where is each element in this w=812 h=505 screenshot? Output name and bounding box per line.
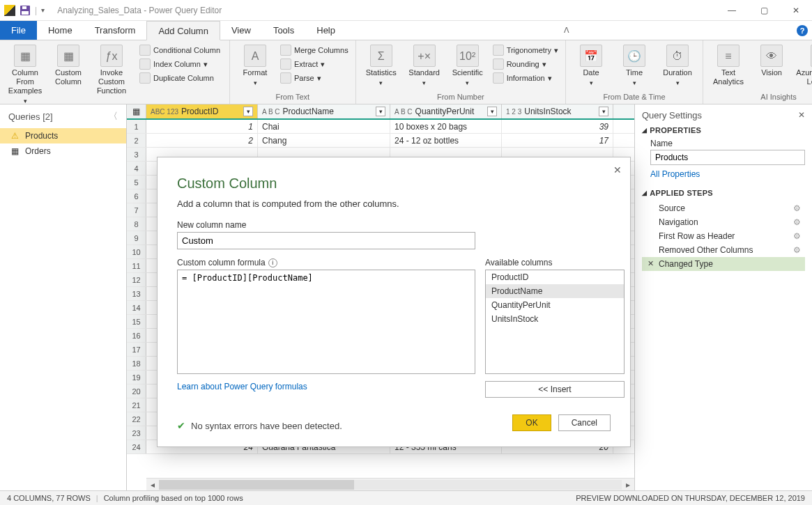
gear-icon[interactable]: ⚙ bbox=[793, 245, 801, 255]
gear-icon[interactable]: ⚙ bbox=[793, 203, 801, 213]
close-settings-icon[interactable]: ✕ bbox=[798, 110, 805, 120]
title-bar: | ▾ Analyzing_Sales_Data - Power Query E… bbox=[0, 0, 812, 21]
trigonometry-button[interactable]: Trigonometry ▾ bbox=[490, 43, 561, 57]
dialog-close-icon[interactable]: ✕ bbox=[613, 164, 622, 176]
azure-ml-button[interactable]: ⚗Azure Machine Learning bbox=[794, 43, 812, 86]
app-logo bbox=[4, 5, 15, 16]
index-column-button[interactable]: Index Column ▾ bbox=[137, 57, 223, 71]
select-all-cell[interactable]: ▦ bbox=[127, 104, 146, 118]
svg-rect-1 bbox=[22, 11, 29, 15]
filter-icon[interactable]: ▾ bbox=[487, 107, 497, 116]
format-button[interactable]: AFormat▾ bbox=[234, 43, 276, 88]
insert-button[interactable]: << Insert bbox=[485, 381, 625, 398]
tab-add-column[interactable]: Add Column bbox=[146, 21, 220, 40]
name-label: Name bbox=[650, 139, 805, 148]
step-removed-other-columns[interactable]: Removed Other Columns⚙ bbox=[642, 243, 805, 257]
all-properties-link[interactable]: All Properties bbox=[650, 169, 805, 179]
info-icon[interactable]: i bbox=[268, 258, 277, 267]
learn-formulas-link[interactable]: Learn about Power Query formulas bbox=[177, 382, 475, 391]
qat-divider: | bbox=[35, 6, 37, 15]
properties-heading: PROPERTIES bbox=[650, 126, 701, 134]
tab-home[interactable]: Home bbox=[37, 21, 84, 40]
check-icon: ✔ bbox=[177, 420, 185, 431]
formula-label: Custom column formula bbox=[177, 258, 266, 267]
custom-column-button[interactable]: ▦Custom Column bbox=[47, 43, 89, 86]
available-column-unitsinstock[interactable]: UnitsInStock bbox=[486, 312, 624, 326]
ribbon-tabs: File Home Transform Add Column View Tool… bbox=[0, 21, 812, 40]
available-column-productid[interactable]: ProductID bbox=[486, 270, 624, 284]
svg-rect-2 bbox=[22, 6, 26, 9]
parse-button[interactable]: Parse ▾ bbox=[277, 71, 351, 85]
tab-file[interactable]: File bbox=[0, 21, 37, 40]
standard-button[interactable]: +×Standard▾ bbox=[404, 43, 445, 88]
status-profiling: Column profiling based on top 1000 rows bbox=[104, 494, 243, 502]
query-settings-panel: ✕ Query Settings ◢PROPERTIES Name All Pr… bbox=[634, 104, 812, 490]
available-columns-label: Available columns bbox=[485, 258, 625, 267]
custom-column-dialog: ✕ Custom Column Add a column that is com… bbox=[157, 157, 631, 447]
invoke-custom-function-button[interactable]: ƒxInvoke Custom Function bbox=[91, 43, 132, 95]
warning-icon: ⚠ bbox=[10, 131, 20, 141]
statistics-button[interactable]: ΣStatistics▾ bbox=[360, 43, 402, 88]
duration-button[interactable]: ⏱Duration▾ bbox=[657, 43, 698, 88]
filter-icon[interactable]: ▾ bbox=[243, 107, 253, 116]
save-icon[interactable] bbox=[20, 5, 31, 16]
horizontal-scrollbar[interactable]: ◂▸ bbox=[146, 478, 634, 490]
table-row[interactable]: 2 2 Chang 24 - 12 oz bottles 17 bbox=[127, 134, 634, 148]
step-navigation[interactable]: Navigation⚙ bbox=[642, 215, 805, 229]
collapse-queries-icon[interactable]: 〈 bbox=[109, 110, 118, 123]
tab-transform[interactable]: Transform bbox=[84, 21, 147, 40]
step-source[interactable]: Source⚙ bbox=[642, 201, 805, 215]
query-item-orders[interactable]: ▦Orders bbox=[0, 143, 126, 159]
column-header-unitsinstock[interactable]: 1 2 3UnitsInStock▾ bbox=[502, 104, 613, 118]
information-button[interactable]: Information ▾ bbox=[490, 71, 561, 85]
query-name-input[interactable] bbox=[650, 150, 805, 165]
collapse-ribbon-icon[interactable]: ᐱ bbox=[564, 26, 569, 35]
status-columns: 4 COLUMNS, 77 ROWS bbox=[7, 494, 91, 502]
scientific-button[interactable]: 10²Scientific▾ bbox=[447, 43, 489, 88]
minimize-button[interactable]: — bbox=[716, 0, 748, 21]
filter-icon[interactable]: ▾ bbox=[376, 107, 385, 116]
status-downloaded: PREVIEW DOWNLOADED ON THURSDAY, DECEMBER… bbox=[576, 494, 805, 502]
new-column-name-label: New column name bbox=[177, 220, 611, 230]
step-changed-type[interactable]: ✕Changed Type bbox=[642, 257, 805, 271]
column-header-productname[interactable]: A B CProductName▾ bbox=[258, 104, 390, 118]
available-column-quantityperunit[interactable]: QuantityPerUnit bbox=[486, 298, 624, 312]
filter-icon[interactable]: ▾ bbox=[599, 107, 608, 116]
new-column-name-input[interactable] bbox=[177, 232, 475, 249]
syntax-status: No syntax errors have been detected. bbox=[191, 421, 342, 431]
tab-tools[interactable]: Tools bbox=[262, 21, 305, 40]
time-button[interactable]: 🕒Time▾ bbox=[613, 43, 655, 88]
available-column-productname[interactable]: ProductName bbox=[486, 284, 624, 298]
column-header-productid[interactable]: ABC 123ProductID▾ bbox=[146, 104, 258, 118]
tab-view[interactable]: View bbox=[220, 21, 262, 40]
query-item-products[interactable]: ⚠Products bbox=[0, 128, 126, 143]
available-columns-list[interactable]: ProductIDProductNameQuantityPerUnitUnits… bbox=[485, 270, 625, 374]
conditional-column-button[interactable]: Conditional Column bbox=[137, 43, 223, 57]
extract-button[interactable]: Extract ▾ bbox=[277, 57, 351, 71]
duplicate-column-button[interactable]: Duplicate Column bbox=[137, 71, 223, 85]
cancel-button[interactable]: Cancel bbox=[558, 414, 611, 431]
date-button[interactable]: 📅Date▾ bbox=[570, 43, 612, 88]
group-from-date-label: From Date & Time bbox=[570, 91, 698, 102]
qat-dropdown-icon[interactable]: ▾ bbox=[41, 6, 45, 14]
rounding-button[interactable]: Rounding ▾ bbox=[490, 57, 561, 71]
window-title: Analyzing_Sales_Data - Power Query Edito… bbox=[57, 6, 222, 15]
group-from-number-label: From Number bbox=[360, 91, 561, 102]
help-icon[interactable]: ? bbox=[792, 21, 812, 40]
text-analytics-button[interactable]: ≡Text Analytics bbox=[707, 43, 749, 86]
gear-icon[interactable]: ⚙ bbox=[793, 217, 801, 227]
close-button[interactable]: ✕ bbox=[780, 0, 812, 21]
gear-icon[interactable]: ⚙ bbox=[793, 231, 801, 241]
maximize-button[interactable]: ▢ bbox=[748, 0, 780, 21]
step-first-row-as-header[interactable]: First Row as Header⚙ bbox=[642, 229, 805, 243]
column-header-quantityperunit[interactable]: A B CQuantityPerUnit▾ bbox=[390, 104, 502, 118]
merge-columns-button[interactable]: Merge Columns bbox=[277, 43, 351, 57]
delete-step-icon[interactable]: ✕ bbox=[648, 259, 654, 268]
tab-help[interactable]: Help bbox=[305, 21, 346, 40]
group-from-text-label: From Text bbox=[234, 91, 351, 102]
vision-button[interactable]: 👁Vision bbox=[751, 43, 792, 77]
column-from-examples-button[interactable]: ▦Column From Examples▾ bbox=[4, 43, 46, 106]
ok-button[interactable]: OK bbox=[512, 414, 551, 431]
formula-input[interactable] bbox=[177, 270, 475, 374]
table-row[interactable]: 1 1 Chai 10 boxes x 20 bags 39 bbox=[127, 120, 634, 134]
